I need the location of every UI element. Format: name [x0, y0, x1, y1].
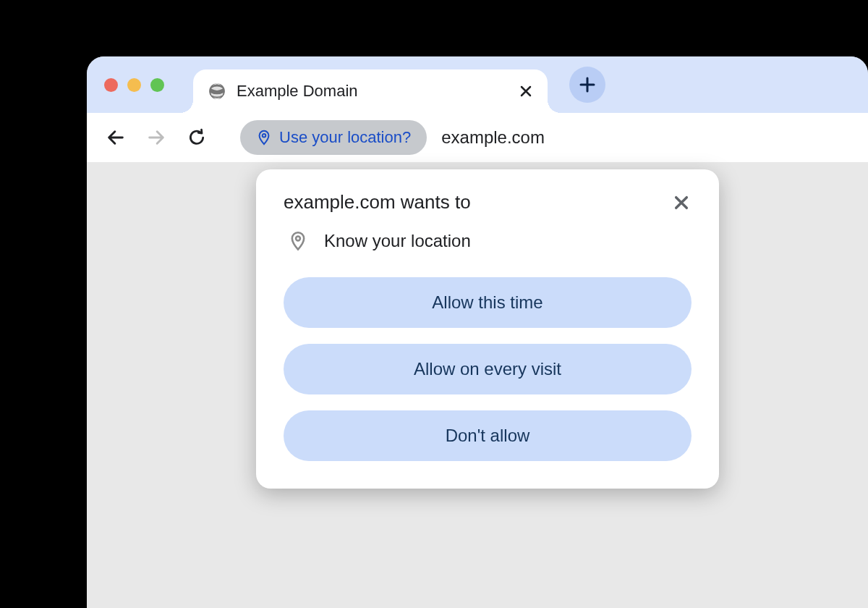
- permission-chip-label: Use your location?: [279, 128, 411, 147]
- browser-window: Example Domain: [87, 56, 868, 608]
- close-tab-button[interactable]: [519, 84, 533, 98]
- globe-icon: [208, 82, 226, 101]
- forward-button[interactable]: [145, 126, 168, 149]
- reload-icon: [187, 128, 206, 147]
- location-pin-icon: [288, 231, 308, 251]
- back-button[interactable]: [104, 126, 127, 149]
- tab-strip: Example Domain: [87, 56, 868, 113]
- svg-point-4: [263, 134, 266, 138]
- location-pin-icon: [256, 130, 272, 145]
- tab-title: Example Domain: [237, 82, 519, 101]
- url-display: example.com: [441, 127, 545, 148]
- reload-button[interactable]: [185, 126, 208, 149]
- browser-tab[interactable]: Example Domain: [193, 69, 548, 113]
- arrow-left-icon: [106, 127, 126, 148]
- location-permission-chip[interactable]: Use your location?: [240, 120, 427, 155]
- close-window-button[interactable]: [104, 78, 118, 92]
- new-tab-button[interactable]: [569, 67, 605, 103]
- dont-allow-button[interactable]: Don't allow: [284, 410, 692, 461]
- dialog-title: example.com wants to: [284, 191, 471, 214]
- close-icon: [673, 195, 689, 211]
- toolbar: Use your location? example.com: [87, 113, 868, 162]
- dialog-close-button[interactable]: [671, 193, 692, 213]
- allow-this-time-button[interactable]: Allow this time: [284, 277, 692, 328]
- plus-icon: [579, 76, 596, 93]
- arrow-right-icon: [146, 127, 166, 148]
- window-controls: [104, 78, 164, 92]
- permission-item: Know your location: [284, 231, 692, 251]
- allow-every-visit-button[interactable]: Allow on every visit: [284, 344, 692, 394]
- address-bar[interactable]: Use your location? example.com: [240, 120, 545, 155]
- svg-point-5: [296, 237, 300, 241]
- maximize-window-button[interactable]: [150, 78, 164, 92]
- minimize-window-button[interactable]: [127, 78, 141, 92]
- permission-description: Know your location: [324, 231, 471, 251]
- permission-dialog: example.com wants to Know your location …: [256, 169, 719, 489]
